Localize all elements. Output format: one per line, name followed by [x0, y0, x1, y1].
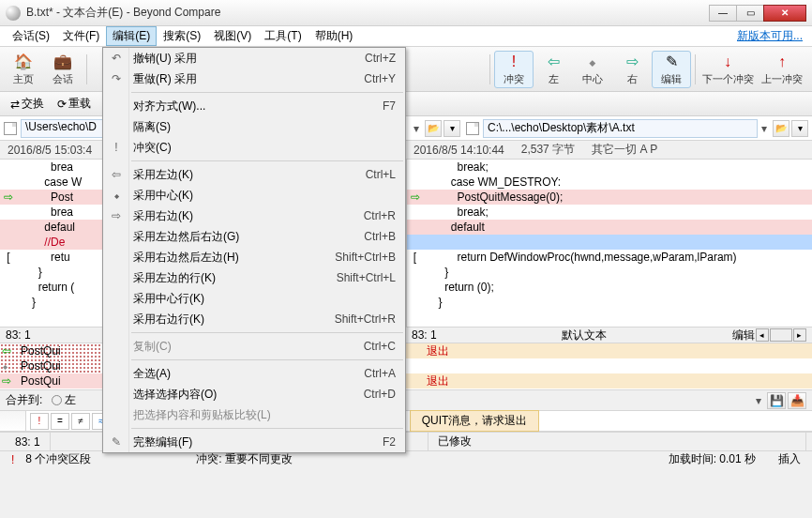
- arrow-up-icon: ↑: [778, 53, 786, 71]
- menu-item[interactable]: ⇨采用右边(K)Ctrl+R: [103, 206, 405, 226]
- conflict-marker-icon: ⬥: [2, 358, 8, 373]
- menu-item-label: 对齐方式(W)...: [133, 99, 383, 114]
- menu-item-label: 采用左边的行(K): [133, 270, 337, 286]
- browse-button[interactable]: 📂: [773, 120, 789, 137]
- menu-item[interactable]: 对齐方式(W)...F7: [103, 96, 405, 116]
- filter-conflict-button[interactable]: !: [30, 413, 49, 430]
- next-conflict-button[interactable]: ↓下一个冲突: [699, 51, 756, 88]
- sessions-button[interactable]: 💼会话: [43, 51, 83, 88]
- menu-session[interactable]: 会话(S): [6, 26, 56, 46]
- menu-item-label: 隔离(S): [133, 119, 396, 135]
- menu-edit[interactable]: 编辑(E): [106, 26, 157, 46]
- conflict-count: 8 个冲突区段: [25, 451, 91, 467]
- maximize-button[interactable]: ▭: [736, 5, 764, 22]
- menu-item[interactable]: 选择选择内容(O)Ctrl+D: [103, 384, 405, 404]
- menu-item[interactable]: ↷重做(R) 采用Ctrl+Y: [103, 69, 405, 89]
- take-left-button[interactable]: ⇦左: [534, 51, 573, 88]
- menu-item-label: 选择选择内容(O): [133, 387, 364, 403]
- load-time: 加载时间: 0.01 秒: [657, 451, 767, 467]
- load-icon: 📥: [790, 394, 804, 407]
- reload-icon: ⟳: [57, 98, 67, 111]
- menu-tools[interactable]: 工具(T): [258, 26, 308, 46]
- menu-item[interactable]: ⬥采用中心(K): [103, 185, 405, 206]
- scroll-left-button[interactable]: ◂: [756, 328, 769, 342]
- close-button[interactable]: ✕: [763, 5, 806, 22]
- menu-item[interactable]: ↶撤销(U) 采用Ctrl+Z: [103, 48, 405, 69]
- menu-item-shortcut: Shift+Ctrl+L: [337, 271, 396, 284]
- menu-item[interactable]: 隔离(S): [103, 116, 405, 137]
- app-icon: [6, 6, 21, 21]
- bracket-icon: [: [0, 250, 17, 265]
- load-button[interactable]: 📥: [788, 392, 806, 409]
- menu-search[interactable]: 搜索(S): [157, 26, 207, 46]
- conflict-button[interactable]: !冲突: [494, 51, 534, 88]
- filter-equal-button[interactable]: =: [51, 413, 69, 430]
- menu-item[interactable]: 采用右边然后左边(H)Shift+Ctrl+B: [103, 247, 405, 267]
- menu-item-shortcut: Ctrl+B: [364, 230, 396, 243]
- browse-button[interactable]: 📂: [425, 120, 442, 137]
- dropdown-arrow-icon[interactable]: ▾: [758, 122, 771, 135]
- left-timestamp: 2016/8/5 15:03:4: [8, 144, 92, 157]
- new-version-link[interactable]: 新版本可用...: [737, 28, 803, 44]
- menu-item-icon: ✎: [109, 435, 124, 449]
- menu-item[interactable]: 采用左边的行(K)Shift+Ctrl+L: [103, 267, 405, 288]
- menu-item-label: 采用中心(K): [133, 188, 396, 204]
- dropdown-arrow-icon[interactable]: ▾: [752, 394, 765, 407]
- merge-left-radio[interactable]: [52, 395, 62, 405]
- briefcase-icon: 💼: [53, 53, 72, 71]
- diamond-icon: ⬥: [588, 53, 597, 71]
- conflict-detail: 冲突: 重要不同更改: [185, 451, 304, 467]
- menu-item[interactable]: ✎完整编辑(F)F2: [103, 432, 405, 452]
- menu-item[interactable]: 采用左边然后右边(G)Ctrl+B: [103, 226, 405, 247]
- menu-item[interactable]: !冲突(C): [103, 137, 405, 158]
- file-icon: [4, 122, 17, 135]
- prev-conflict-button[interactable]: ↑上一冲突: [756, 51, 808, 88]
- encoding-label: 默认文本: [562, 328, 607, 343]
- status-pos: 83: 1: [6, 433, 51, 450]
- minimize-button[interactable]: —: [709, 5, 737, 22]
- menu-item-label: 完整编辑(F): [133, 434, 383, 450]
- scroll-track[interactable]: [770, 328, 792, 342]
- dropdown-arrow-icon[interactable]: ▾: [410, 122, 423, 135]
- menu-item-shortcut: Ctrl+Z: [365, 52, 396, 65]
- window-title: B.txt* - 文本合并(E) - Beyond Compare: [26, 5, 710, 21]
- minimap[interactable]: [0, 411, 26, 431]
- save-button[interactable]: 💾: [767, 392, 786, 409]
- view-button[interactable]: ▾: [444, 120, 460, 137]
- menu-item[interactable]: 采用中心行(K): [103, 288, 405, 309]
- conflict-icon: !: [512, 53, 516, 71]
- swap-icon: ⇄: [10, 98, 20, 111]
- right-pane[interactable]: break; case WM_DESTROY: ⇨ PostQuitMessag…: [407, 160, 813, 327]
- menu-item[interactable]: 全选(A)Ctrl+A: [103, 363, 405, 384]
- swap-button[interactable]: ⇄交换: [4, 94, 51, 114]
- conflict-marker-icon: ⇨: [2, 373, 11, 388]
- right-path-input[interactable]: C:\...\echo\Desktop\素材\A.txt: [483, 119, 758, 138]
- reload-button[interactable]: ⟳重载: [51, 94, 98, 114]
- edit-button[interactable]: ✎编辑: [652, 51, 691, 88]
- menu-item-label: 采用左边(K): [133, 167, 366, 183]
- menu-item[interactable]: ⇦采用左边(K)Ctrl+L: [103, 164, 405, 185]
- menu-item-shortcut: Ctrl+A: [364, 367, 396, 380]
- view-button[interactable]: ▾: [791, 120, 808, 137]
- menu-item-label: 撤销(U) 采用: [133, 51, 365, 67]
- menu-item-shortcut: Ctrl+Y: [364, 72, 396, 85]
- filter-diff-button[interactable]: ≠: [71, 413, 90, 430]
- right-cursor-pos: 83: 1: [412, 328, 437, 342]
- insert-mode: 插入: [767, 451, 812, 467]
- menu-item-label: 采用左边然后右边(G): [133, 229, 364, 245]
- menu-item-shortcut: Shift+Ctrl+R: [335, 312, 396, 326]
- menu-item-label: 冲突(C): [133, 140, 396, 156]
- edit-toggle[interactable]: 编辑: [732, 328, 755, 343]
- take-right-button[interactable]: ⇨右: [612, 51, 652, 88]
- take-center-button[interactable]: ⬥中心: [573, 51, 612, 88]
- menu-view[interactable]: 视图(V): [207, 26, 258, 46]
- merge-right-pane[interactable]: 退出 退出: [406, 343, 812, 389]
- menu-help[interactable]: 帮助(H): [308, 26, 360, 46]
- home-button[interactable]: 🏠主页: [4, 51, 43, 88]
- arrow-left-icon: ⇦: [548, 53, 560, 71]
- menu-item-label: 复制(C): [133, 339, 364, 355]
- arrow-down-icon: ↓: [724, 53, 731, 71]
- menu-item[interactable]: 采用右边行(K)Shift+Ctrl+R: [103, 309, 405, 329]
- scroll-right-button[interactable]: ▸: [793, 328, 806, 342]
- menu-file[interactable]: 文件(F): [56, 26, 106, 46]
